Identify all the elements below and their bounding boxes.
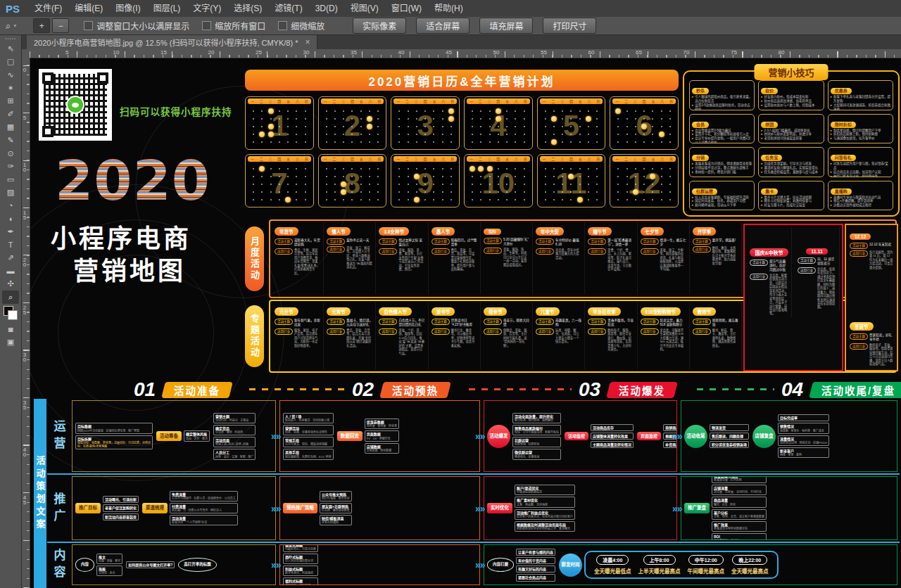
time-note: 上半天曝光最高点 (638, 567, 681, 575)
child-title: 公众号推文预热 (322, 492, 350, 497)
bullet-icon: ▸ (692, 103, 693, 110)
screen-mode-icon[interactable]: ▣ (2, 335, 19, 349)
highlighted-date (551, 116, 557, 122)
option-button[interactable]: 适合屏幕 (416, 18, 470, 34)
gradient-tool[interactable]: ▨ (2, 186, 19, 200)
eraser-tool[interactable]: ▭ (2, 173, 19, 186)
industry-text: 美妆、服饰、饰品、生鲜等，同类目行业可以主打买一送一活动，爱意赠品成双成对。 (503, 248, 529, 267)
flow-children: 人 / 货 / 场职责到人 · 热卖备货 · 活动页面上线营销活动秒杀、拼团、优… (283, 413, 334, 460)
checkbox[interactable] (202, 21, 211, 30)
date-dot (506, 126, 508, 127)
date-dot (635, 126, 636, 127)
pen-tool[interactable]: ✒ (2, 225, 19, 238)
bullet-icon: ▸ (692, 170, 693, 174)
document-canvas[interactable]: 扫码可以获得小程序扶持 2020 小程序电商 营销地图 2020营销日历&全年营… (30, 58, 901, 588)
close-icon[interactable]: × (305, 37, 310, 47)
checkbox[interactable] (278, 21, 287, 30)
option-button[interactable]: 实际像素 (353, 18, 406, 34)
industry-text: 美食、个护、食品、水上乐园、家电等，粽子礼盒可推出，端午出行、出游专场，节日限定… (607, 248, 634, 271)
magic-wand-tool[interactable]: ✶ (2, 82, 19, 95)
path-select-tool[interactable]: ⇗ (2, 252, 19, 265)
menu-item[interactable]: 3D(D) (309, 0, 344, 17)
date-dot (489, 110, 491, 112)
menu-item[interactable]: 文字(Y) (187, 0, 227, 17)
flow-children: 流量数据完成度各渠道流量 · 打开比例店铺流量浏览量、访客量、访问时间、平均时长… (712, 476, 767, 540)
bullet-icon: ▸ (831, 103, 832, 110)
healing-brush-tool[interactable]: ▦ (2, 121, 19, 134)
option-button[interactable]: 打印尺寸 (543, 18, 596, 34)
date-dot (279, 199, 280, 200)
eyedropper-tool[interactable]: ✐ (2, 108, 19, 121)
date-dot (515, 191, 516, 193)
dodge-tool[interactable]: ◖ (2, 212, 19, 226)
flow-children: 让客户有参与感的内容有价值的干货内容有趣又好玩的内容紧跟社会热点内容 (516, 549, 555, 582)
holiday-card: 教师节活动主题感恩师恩，难忘教诲适用行业图书、鲜花、贺卡、教育等，主打谢师礼盒，… (690, 302, 742, 369)
child-detail: 倒计时海报 · 悬念互动 (322, 497, 350, 500)
palette-grip[interactable]: ▪▪▪▪▪ (5, 37, 16, 41)
brush-tool[interactable]: ✎ (2, 134, 19, 147)
flow-cell: 内容推文标题 · 排版 · 素材海报主视觉 · 卖点如何提高公众号图文打开率?高… (72, 544, 276, 585)
horizontal-ruler: 5101520253035404550556065707580 (30, 49, 901, 58)
date-dot (270, 118, 272, 120)
menu-item[interactable]: 编辑(E) (68, 0, 109, 17)
bullet-icon: ▸ (692, 95, 693, 103)
bullet-icon: ▸ (761, 103, 762, 108)
menu-item[interactable]: 视图(V) (344, 0, 385, 17)
date-dot (450, 134, 452, 135)
menu-item[interactable]: 选择(S) (227, 0, 268, 17)
menu-item[interactable]: 帮助(H) (428, 0, 470, 17)
background-color-swatch[interactable] (8, 310, 18, 320)
holiday-label: 元宵节 (327, 307, 351, 316)
date-dot (343, 199, 344, 200)
menu-item[interactable]: 滤镜(T) (268, 0, 308, 17)
date-dot (442, 191, 443, 193)
clone-stamp-tool[interactable]: ⊙ (2, 147, 19, 160)
date-dot (588, 176, 589, 177)
menu-item[interactable]: 图层(L) (147, 0, 187, 17)
document-tab[interactable]: 2020小程序电商营销地图.jpg @ 12.5% (扫码可以获得小程序扶持, … (27, 34, 317, 49)
menu-item[interactable]: 文件(F) (28, 0, 68, 17)
holiday-label: 元旦节 (275, 307, 298, 316)
type-tool[interactable]: T (2, 238, 19, 252)
shape-tool[interactable]: ▬ (2, 264, 19, 278)
zoom-tool[interactable]: ⌕ (2, 290, 19, 304)
quick-mask-icon[interactable]: ◙ (2, 323, 19, 336)
holiday-card: 圣诞节活动主题圣诞狂欢，好礼享不停适用行业数码电子、美妆、服饰等，借助圣诞氛围开… (848, 317, 895, 368)
flow-child: 根据数据及时调整活动页面布局把数据表现好转化好的商品上浮、置顶曝光 (515, 521, 575, 532)
date-dot (442, 141, 443, 143)
holiday-label: 愚人节 (431, 227, 455, 236)
theme-tag: 活动主题 (750, 260, 768, 266)
calendar-month: 一二三四五六日6 (610, 96, 679, 150)
history-brush-tool[interactable]: ✑ (2, 160, 19, 173)
industry-text: 玩具、母婴、图书、文具类，可让大朋友小朋友一个快乐童年。 (555, 328, 581, 344)
date-dot (334, 199, 336, 200)
date-dot (343, 141, 344, 143)
time-slot: 上午8:00上半天曝光最高点 (638, 555, 681, 575)
date-dot (369, 191, 370, 193)
flow-group: 页面监控热销商品打标签根据转化情况调整页面商品补货商品库存维护 (637, 424, 677, 449)
option-button[interactable]: 填充屏幕 (479, 18, 533, 34)
date-dot (472, 199, 473, 200)
ruler-label: 2 0 (22, 257, 27, 267)
move-tool[interactable]: ⇖ (2, 42, 19, 56)
holiday-label: 12.12 (850, 234, 871, 240)
lasso-tool[interactable]: ∿ (2, 68, 19, 82)
child-detail: 标题 · 排版 · 素材 (99, 559, 120, 563)
marquee-tool[interactable]: ▢ (2, 56, 19, 69)
zoom-in-button[interactable]: + (33, 18, 50, 33)
checkbox[interactable] (84, 21, 93, 30)
tip-text: 边看边买组件缩短成交路径 (833, 203, 871, 207)
flow-node: 渠道梳理 (142, 503, 168, 513)
zoom-out-button[interactable]: − (52, 18, 69, 33)
menu-item[interactable]: 窗口(W) (385, 0, 428, 17)
date-dot (296, 199, 297, 200)
date-dot (617, 134, 619, 135)
menu-item[interactable]: 图像(I) (109, 0, 146, 17)
date-dot (279, 118, 280, 120)
color-swatches[interactable] (4, 306, 18, 320)
hand-tool[interactable]: ✣ (2, 278, 19, 291)
blur-tool[interactable]: ◔ (2, 199, 19, 212)
crop-tool[interactable]: ⊞ (2, 94, 19, 108)
chevron-down-icon[interactable]: ▾ (13, 23, 16, 29)
time-slot: 凌晨4:00全天曝光最低点 (594, 555, 631, 575)
